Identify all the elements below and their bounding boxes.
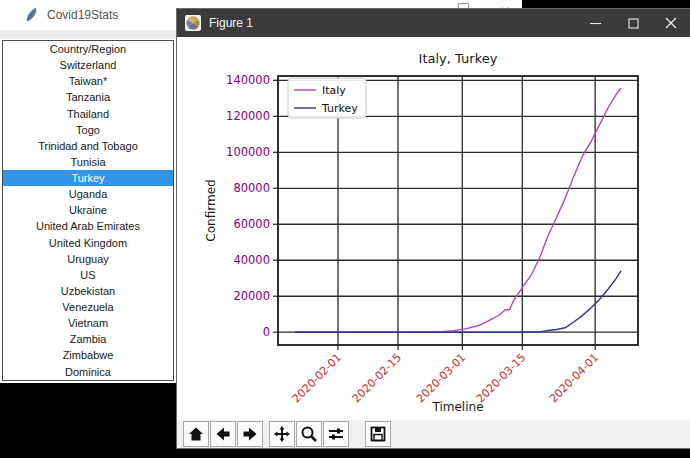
configure-subplots-button[interactable] — [323, 421, 349, 447]
feather-icon — [24, 7, 38, 23]
y-tick-label: 140000 — [226, 73, 270, 87]
list-item[interactable]: Vietnam — [3, 315, 173, 331]
list-item[interactable]: Switzerland — [3, 57, 173, 73]
y-tick-label: 0 — [263, 325, 270, 339]
figure-minimize-button[interactable] — [576, 9, 614, 37]
chart-title: Italy, Turkey — [419, 51, 498, 66]
y-tick-label: 80000 — [233, 181, 270, 195]
list-item[interactable]: Tunisia — [3, 154, 173, 170]
figure-toolbar — [177, 420, 690, 448]
legend-label: Italy — [322, 84, 346, 97]
list-item[interactable]: Uruguay — [3, 251, 173, 267]
list-item[interactable]: Taiwan* — [3, 73, 173, 89]
back-button[interactable] — [210, 421, 236, 447]
figure-window: Figure 1 2020-02-012020-02-152020-03-012… — [177, 9, 690, 448]
list-item[interactable]: Country/Region — [3, 41, 173, 57]
x-tick-label: 2020-04-01 — [547, 351, 601, 405]
y-tick-label: 60000 — [233, 217, 270, 231]
forward-arrow-icon — [241, 425, 259, 443]
chart[interactable]: 2020-02-012020-02-152020-03-012020-03-15… — [177, 37, 690, 420]
y-tick-label: 100000 — [226, 145, 270, 159]
x-tick-label: 2020-03-15 — [474, 351, 528, 405]
figure-title: Figure 1 — [209, 16, 576, 30]
y-axis-label: Confirmed — [204, 179, 218, 241]
matplotlib-icon — [185, 15, 201, 31]
list-item[interactable]: Zimbabwe — [3, 347, 173, 363]
minimize-icon — [590, 18, 601, 29]
list-item[interactable]: Dominica — [3, 364, 173, 380]
app-maximize-button[interactable] — [452, 0, 474, 9]
y-tick-label: 40000 — [233, 253, 270, 267]
x-axis-label: Timeline — [431, 400, 483, 414]
zoom-button[interactable] — [296, 421, 322, 447]
pan-button[interactable] — [269, 421, 295, 447]
series-line-turkey — [295, 271, 621, 332]
close-icon — [665, 17, 677, 29]
save-button[interactable] — [365, 421, 391, 447]
zoom-icon — [300, 425, 318, 443]
list-item[interactable]: Turkey — [3, 170, 173, 186]
list-item[interactable]: Zambia — [3, 331, 173, 347]
figure-maximize-button[interactable] — [614, 9, 652, 37]
list-item[interactable]: Uzbekistan — [3, 283, 173, 299]
home-button[interactable] — [183, 421, 209, 447]
x-tick-label: 2020-02-15 — [350, 351, 404, 405]
list-item[interactable]: US — [3, 267, 173, 283]
sliders-icon — [327, 425, 345, 443]
forward-button[interactable] — [237, 421, 263, 447]
list-item[interactable]: United Arab Emirates — [3, 218, 173, 234]
back-arrow-icon — [214, 425, 232, 443]
list-item[interactable]: United Kingdom — [3, 235, 173, 251]
legend-label: Turkey — [321, 102, 358, 115]
list-item[interactable]: Trinidad and Tobago — [3, 138, 173, 154]
desktop: Covid19Stats Country/RegionSwitzerlandTa… — [0, 0, 690, 458]
list-item[interactable]: Uganda — [3, 186, 173, 202]
x-tick-label: 2020-03-01 — [414, 351, 468, 405]
list-item[interactable]: Ukraine — [3, 202, 173, 218]
figure-canvas[interactable]: 2020-02-012020-02-152020-03-012020-03-15… — [177, 37, 690, 420]
list-item[interactable]: Venezuela — [3, 299, 173, 315]
figure-close-button[interactable] — [652, 9, 690, 37]
list-item[interactable]: Tanzania — [3, 89, 173, 105]
y-tick-label: 20000 — [233, 289, 270, 303]
y-tick-label: 120000 — [226, 109, 270, 123]
app-close-button[interactable] — [494, 0, 516, 9]
figure-titlebar[interactable]: Figure 1 — [177, 9, 690, 37]
home-icon — [187, 425, 205, 443]
list-item[interactable]: Togo — [3, 122, 173, 138]
save-icon — [369, 425, 387, 443]
x-tick-label: 2020-02-01 — [290, 351, 344, 405]
pan-icon — [273, 425, 291, 443]
app-title: Covid19Stats — [47, 8, 118, 22]
maximize-icon — [628, 18, 639, 29]
list-item[interactable]: Thailand — [3, 106, 173, 122]
country-listbox[interactable]: Country/RegionSwitzerlandTaiwan*Tanzania… — [2, 40, 174, 381]
